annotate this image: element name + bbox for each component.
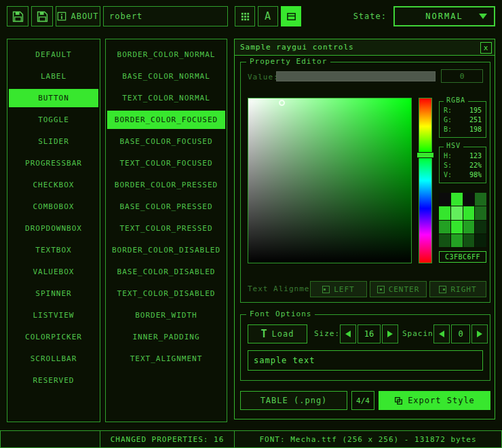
color-swatch[interactable] xyxy=(463,206,475,219)
rgba-green-row: G: 251 xyxy=(444,115,482,125)
size-valuebox[interactable]: 16 xyxy=(358,324,381,343)
property-list-item[interactable]: BASE_COLOR_NORMAL xyxy=(107,67,225,86)
color-swatch[interactable] xyxy=(463,234,475,247)
property-list-item[interactable]: BORDER_COLOR_PRESSED xyxy=(107,176,225,194)
property-list-item[interactable]: BORDER_COLOR_DISABLED xyxy=(107,241,225,259)
property-list-item[interactable]: BASE_COLOR_DISABLED xyxy=(107,263,225,281)
window-titlebar[interactable]: Sample raygui controls xyxy=(235,39,495,56)
control-list-item[interactable]: TEXTBOX xyxy=(9,241,98,259)
value-box-text: 0 xyxy=(460,72,465,81)
export-icon xyxy=(394,396,403,405)
control-list-item[interactable]: SCROLLBAR xyxy=(9,350,98,368)
red-value: 195 xyxy=(469,106,482,115)
size-increment-button[interactable] xyxy=(382,324,398,343)
property-list-item[interactable]: BASE_COLOR_PRESSED xyxy=(107,198,225,216)
statusbar-changed-properties: CHANGED PROPERTIES: 16 xyxy=(100,430,235,448)
property-list-item[interactable]: TEXT_COLOR_DISABLED xyxy=(107,284,225,303)
export-style-button[interactable]: Export Style xyxy=(379,391,490,410)
control-list-item[interactable]: DEFAULT xyxy=(9,45,98,64)
statusbar-empty-segment xyxy=(0,430,100,448)
color-swatch[interactable] xyxy=(463,221,475,234)
export-format-button[interactable]: TABLE (.png) xyxy=(240,391,347,410)
color-swatch[interactable] xyxy=(439,221,450,234)
property-list-item[interactable]: BORDER_WIDTH xyxy=(107,306,225,324)
property-list-item[interactable]: INNER_PADDING xyxy=(107,328,225,346)
hue-slider-handle[interactable] xyxy=(417,152,434,158)
property-list-item[interactable]: TEXT_COLOR_NORMAL xyxy=(107,89,225,107)
control-list-item[interactable]: PROGRESSBAR xyxy=(9,154,98,172)
control-list-item[interactable]: BUTTON xyxy=(9,89,98,107)
color-swatch[interactable] xyxy=(451,206,463,219)
hsv-val-row: V: 98% xyxy=(444,170,482,180)
control-list-item[interactable]: COLORPICKER xyxy=(9,328,98,346)
control-list-item[interactable]: DROPDOWNBOX xyxy=(9,219,98,238)
color-swatch[interactable] xyxy=(463,193,475,206)
property-editor-group-label: Property Editor xyxy=(246,57,330,66)
color-swatch[interactable] xyxy=(475,221,486,234)
align-center-button[interactable]: CENTER xyxy=(370,281,427,297)
color-swatch[interactable] xyxy=(475,206,486,219)
state-dropdown[interactable]: NORMAL xyxy=(393,6,495,26)
color-swatch[interactable] xyxy=(451,193,463,206)
spacing-decrement-button[interactable] xyxy=(433,324,450,343)
state-label: State: xyxy=(331,12,387,21)
style-name-input[interactable] xyxy=(103,6,228,26)
property-list-item[interactable]: BASE_COLOR_FOCUSED xyxy=(107,132,225,151)
format-page-valuebox[interactable]: 4/4 xyxy=(351,391,374,410)
color-swatch[interactable] xyxy=(475,193,486,206)
control-list-item[interactable]: SLIDER xyxy=(9,132,98,151)
property-list-item[interactable]: TEXT_COLOR_FOCUSED xyxy=(107,154,225,172)
color-swatch[interactable] xyxy=(439,193,450,206)
saturation-value: 22% xyxy=(469,161,482,170)
hue-slider[interactable] xyxy=(419,98,432,263)
style-table-button[interactable] xyxy=(235,6,255,26)
value-box[interactable]: 0 xyxy=(441,69,483,83)
control-list-item[interactable]: COMBOBOX xyxy=(9,198,98,216)
spacing-valuebox[interactable]: 0 xyxy=(451,324,470,343)
style-color-swatches xyxy=(439,193,486,247)
edit-mode-button[interactable] xyxy=(281,6,301,26)
control-list-item[interactable]: TOGGLE xyxy=(9,111,98,129)
property-list-item[interactable]: TEXT_ALIGNMENT xyxy=(107,350,225,368)
value-label: Value: xyxy=(248,73,279,81)
control-list-item[interactable]: CHECKBOX xyxy=(9,176,98,194)
sample-text-input[interactable] xyxy=(248,350,483,371)
hue-value: 123 xyxy=(469,151,482,161)
color-picker-cursor[interactable] xyxy=(279,100,285,106)
color-picker-panel[interactable] xyxy=(248,98,412,263)
info-icon xyxy=(57,12,66,21)
sample-controls-window: Sample raygui controls x Property Editor… xyxy=(234,39,495,419)
align-left-button[interactable]: LEFT xyxy=(310,281,367,297)
control-list-item[interactable]: LABEL xyxy=(9,67,98,86)
control-list-item[interactable]: SPINNER xyxy=(9,284,98,303)
color-swatch[interactable] xyxy=(439,206,450,219)
property-editor-group: Property Editor Value: 0 RGBA R: 195 G: xyxy=(240,62,490,303)
property-list-item[interactable]: TEXT_COLOR_PRESSED xyxy=(107,219,225,238)
property-list-item[interactable]: BORDER_COLOR_NORMAL xyxy=(107,45,225,64)
hex-color-textbox[interactable]: C3FBC6FF xyxy=(439,251,486,263)
font-mode-button[interactable]: A xyxy=(258,6,278,26)
color-swatch[interactable] xyxy=(475,234,486,247)
property-list-item[interactable]: BORDER_COLOR_FOCUSED xyxy=(107,111,225,129)
saturation-label: S: xyxy=(444,161,452,170)
close-button[interactable]: x xyxy=(480,42,492,54)
font-letter-icon: A xyxy=(265,10,271,22)
save-style-button[interactable] xyxy=(31,6,53,26)
control-list-item[interactable]: VALUEBOX xyxy=(9,263,98,281)
control-list-item[interactable]: LISTVIEW xyxy=(9,306,98,324)
color-swatch[interactable] xyxy=(451,234,463,247)
panel-icon xyxy=(286,12,296,22)
value-slider[interactable] xyxy=(276,71,436,81)
rguistyler-app: ABOUT A State: NORMAL DEFAULT LABEL xyxy=(0,0,502,448)
about-button[interactable]: ABOUT xyxy=(56,6,100,26)
spacing-increment-button[interactable] xyxy=(471,324,488,343)
size-decrement-button[interactable] xyxy=(340,324,356,343)
color-swatch[interactable] xyxy=(439,234,450,247)
control-list-item[interactable]: RESERVED xyxy=(9,371,98,390)
align-right-button[interactable]: RIGHT xyxy=(429,281,486,297)
hex-color-value: C3FBC6FF xyxy=(445,253,480,261)
font-load-button[interactable]: T Load xyxy=(248,324,307,343)
chevron-right-icon xyxy=(477,331,482,337)
load-style-button[interactable] xyxy=(7,6,28,26)
color-swatch[interactable] xyxy=(451,221,463,234)
